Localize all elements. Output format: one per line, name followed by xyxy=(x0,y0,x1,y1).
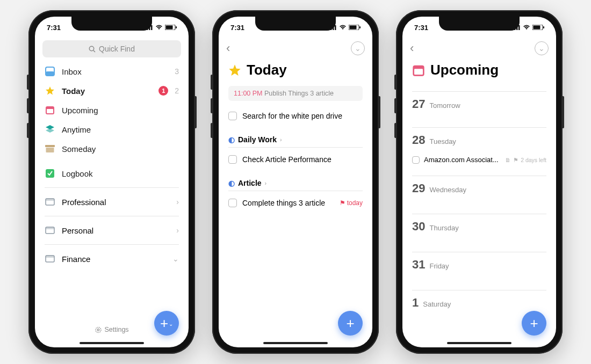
task-label: Check Article Performance xyxy=(242,155,363,164)
svg-rect-24 xyxy=(46,256,54,258)
page-title: Today xyxy=(247,62,287,78)
archive-icon xyxy=(45,143,55,154)
task-meta: 2 days left xyxy=(521,157,546,163)
day-row[interactable]: 30 Thursday xyxy=(402,214,556,238)
area-label: Finance xyxy=(62,254,166,264)
status-time: 7:31 xyxy=(47,24,61,32)
more-button[interactable]: ⌄ xyxy=(535,41,549,55)
day-name: Friday xyxy=(429,262,449,270)
checkbox[interactable] xyxy=(412,156,420,164)
nav-today-label: Today xyxy=(62,86,152,96)
svg-rect-40 xyxy=(534,26,540,30)
svg-rect-32 xyxy=(350,26,357,30)
svg-rect-17 xyxy=(46,148,54,152)
area-personal[interactable]: Personal › xyxy=(35,221,189,240)
home-indicator[interactable] xyxy=(447,342,511,344)
section-daily-work[interactable]: ◐ Daily Work › xyxy=(219,126,372,146)
nav-inbox[interactable]: Inbox 3 xyxy=(35,62,189,81)
day-row[interactable]: 28 Tuesday xyxy=(402,128,556,151)
area-icon xyxy=(45,253,55,264)
battery-icon xyxy=(165,25,177,30)
task-row[interactable]: Amazon.com Associat... 🗎 ⚑ 2 days left xyxy=(402,151,556,168)
svg-line-8 xyxy=(93,50,95,52)
project-icon: ◐ xyxy=(228,179,235,187)
settings-button[interactable]: Settings xyxy=(95,326,128,333)
phone-upcoming: 7:31 ‹ ⌄ Upcoming 27 Tomorrow xyxy=(396,10,563,354)
svg-point-26 xyxy=(97,329,99,331)
area-professional[interactable]: Professional › xyxy=(35,192,189,212)
day-row[interactable]: 29 Wednesday xyxy=(402,176,556,200)
nav-anytime[interactable]: Anytime xyxy=(35,120,189,139)
nav-logbook-label: Logbook xyxy=(62,169,179,178)
battery-icon xyxy=(532,25,544,30)
stack-icon xyxy=(45,124,55,135)
area-label: Personal xyxy=(62,226,170,235)
add-button[interactable]: + ⌄ xyxy=(154,311,179,336)
flag-icon: ⚑ xyxy=(513,157,518,163)
section-article[interactable]: ◐ Article › xyxy=(219,169,372,190)
area-label: Professional xyxy=(62,198,170,207)
day-name: Thursday xyxy=(429,224,458,232)
task-row[interactable]: Complete things 3 article ⚑ today xyxy=(219,193,372,213)
svg-rect-6 xyxy=(176,26,177,28)
svg-rect-38 xyxy=(518,25,520,30)
wifi-icon xyxy=(523,25,530,30)
search-icon xyxy=(89,46,96,53)
chevron-down-icon: ⌄ xyxy=(355,44,361,53)
day-row[interactable]: 31 Friday xyxy=(402,252,556,276)
svg-marker-34 xyxy=(229,64,240,76)
star-icon xyxy=(45,85,55,96)
svg-rect-3 xyxy=(151,25,153,30)
day-number: 29 xyxy=(412,181,425,195)
plus-icon: + xyxy=(530,315,538,332)
task-row[interactable]: Search for the white pen drive xyxy=(219,106,372,126)
add-button[interactable]: + xyxy=(338,311,363,336)
task-label: Complete things 3 article xyxy=(242,199,334,207)
notch xyxy=(439,17,520,31)
area-finance[interactable]: Finance ⌄ xyxy=(35,249,189,268)
flag-icon: ⚑ xyxy=(340,199,345,207)
status-time: 7:31 xyxy=(414,24,428,32)
search-input[interactable]: Quick Find xyxy=(42,40,181,57)
chevron-right-icon: › xyxy=(265,180,267,186)
event-time: 11:00 PM xyxy=(234,90,263,97)
nav-someday[interactable]: Someday xyxy=(35,139,189,158)
back-button[interactable]: ‹ xyxy=(410,41,414,55)
day-row[interactable]: 27 Tomorrow xyxy=(402,92,556,115)
nav-logbook[interactable]: Logbook xyxy=(35,164,189,183)
more-button[interactable]: ⌄ xyxy=(351,41,365,55)
home-indicator[interactable] xyxy=(263,342,328,344)
home-indicator[interactable] xyxy=(80,342,144,344)
logbook-icon xyxy=(45,168,55,179)
calendar-event[interactable]: 11:00 PM Publish Things 3 article xyxy=(228,86,363,101)
svg-rect-43 xyxy=(414,69,423,75)
nav-upcoming[interactable]: Upcoming xyxy=(35,100,189,120)
gear-icon xyxy=(95,326,102,333)
nav-anytime-label: Anytime xyxy=(62,125,179,134)
section-title: Daily Work xyxy=(238,135,277,144)
svg-rect-10 xyxy=(46,71,54,76)
section-title: Article xyxy=(238,179,262,187)
page-title: Upcoming xyxy=(430,62,499,78)
divider xyxy=(45,187,179,188)
back-button[interactable]: ‹ xyxy=(226,41,230,55)
day-number: 30 xyxy=(412,220,425,234)
checkbox[interactable] xyxy=(228,112,237,120)
nav-someday-label: Someday xyxy=(62,144,179,154)
day-name: Tuesday xyxy=(429,137,456,145)
calendar-icon xyxy=(412,64,425,77)
plus-icon: + xyxy=(346,315,354,332)
add-button[interactable]: + xyxy=(522,311,546,336)
task-row[interactable]: Check Article Performance xyxy=(219,150,372,169)
checkbox[interactable] xyxy=(228,199,237,207)
svg-marker-15 xyxy=(46,128,54,133)
checkbox[interactable] xyxy=(228,155,237,164)
svg-rect-16 xyxy=(45,145,55,147)
svg-point-25 xyxy=(96,327,101,332)
wifi-icon xyxy=(339,25,347,30)
event-title: Publish Things 3 article xyxy=(264,90,334,97)
calendar-icon xyxy=(45,105,55,115)
area-icon xyxy=(45,196,55,207)
svg-rect-22 xyxy=(46,227,54,229)
nav-today[interactable]: Today 1 2 xyxy=(35,81,189,100)
